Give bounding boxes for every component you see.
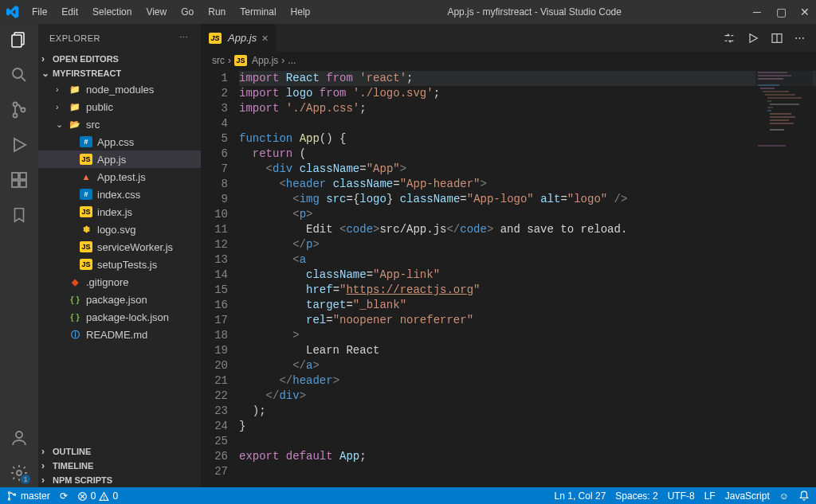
problems-status[interactable]: 0 0 [77,490,118,502]
svg-point-34 [8,492,10,494]
tree-item-label: README.md [86,329,147,341]
svg-point-12 [17,471,22,475]
svg-point-11 [16,432,22,438]
vscode-logo-icon [6,6,19,18]
svg-rect-8 [20,173,26,179]
accounts-icon[interactable] [10,428,29,447]
chevron-right-icon: › [281,55,284,66]
run-debug-view-icon[interactable] [10,135,29,154]
indentation-status[interactable]: Spaces: 2 [615,490,657,502]
js-icon: JS [80,259,92,270]
js-icon: JS [80,241,92,252]
tree-item-label: App.css [97,136,134,148]
editor-more-icon[interactable]: ⋯ [794,32,806,44]
outline-section[interactable]: › OUTLINE [38,444,201,459]
svg-icon: ✽ [80,224,92,235]
svg-point-2 [13,68,22,78]
explorer-view-icon[interactable] [10,30,29,49]
explorer-more-icon[interactable]: ⋯ [179,33,190,43]
timeline-section[interactable]: › TIMELINE [38,459,201,473]
js-icon: JS [80,206,92,217]
explorer-sidebar: EXPLORER ⋯ › OPEN EDITORS ⌄ MYFIRSTREACT… [38,24,201,487]
menu-edit[interactable]: Edit [55,3,84,21]
tree-item-label: .gitignore [86,276,128,288]
menu-help[interactable]: Help [284,3,317,21]
tree-item-public[interactable]: ›📁public [38,98,201,115]
language-mode-status[interactable]: JavaScript [725,490,770,502]
tree-item-label: package.json [86,294,147,306]
tree-item-serviceworker-js[interactable]: JSserviceWorker.js [38,238,201,256]
menu-run[interactable]: Run [202,3,232,21]
feedback-icon[interactable]: ☺ [779,490,789,502]
menu-selection[interactable]: Selection [86,3,138,21]
tree-item-label: package-lock.json [86,311,169,323]
eol-status[interactable]: LF [704,490,716,502]
tree-item-app-css[interactable]: #App.css [38,133,201,150]
tree-item-package-json[interactable]: { }package.json [38,291,201,308]
extensions-view-icon[interactable] [10,170,29,189]
settings-icon[interactable]: 1 [10,463,29,483]
errors-count: 0 [91,490,96,502]
compare-changes-icon[interactable] [723,32,736,45]
code-lines[interactable]: import React from 'react';import logo fr… [239,69,816,487]
close-tab-icon[interactable]: × [261,32,268,45]
tree-item-logo-svg[interactable]: ✽logo.svg [38,221,201,238]
minimize-button[interactable]: ─ [752,7,762,17]
encoding-status[interactable]: UTF-8 [668,490,695,502]
chevron-right-icon: › [228,55,231,66]
project-section[interactable]: ⌄ MYFIRSTREACT [38,66,201,80]
tree-item--gitignore[interactable]: ◆.gitignore [38,273,201,291]
maximize-button[interactable]: ▢ [776,7,786,17]
line-gutter: 1234567891011121314151617181920212223242… [201,69,239,487]
menu-view[interactable]: View [139,3,173,21]
npm-scripts-section[interactable]: › NPM SCRIPTS [38,473,201,487]
svg-rect-9 [12,181,18,187]
menu-file[interactable]: File [26,3,53,21]
tree-item-index-js[interactable]: JSindex.js [38,203,201,221]
tree-item-label: index.js [97,206,132,218]
code-editor[interactable]: 1234567891011121314151617181920212223242… [201,69,816,487]
menu-go[interactable]: Go [175,3,200,21]
tree-item-app-test-js[interactable]: ▲App.test.js [38,168,201,186]
css-icon: # [80,189,92,200]
source-control-view-icon[interactable] [10,100,29,119]
split-editor-icon[interactable] [771,32,783,45]
notifications-icon[interactable] [798,490,810,502]
md-icon: ⓘ [69,329,81,340]
chevron-down-icon: ⌄ [56,119,65,130]
run-code-icon[interactable] [747,32,759,45]
js-icon: JS [80,154,92,165]
tree-item-node-modules[interactable]: ›📁node_modules [38,80,201,98]
tree-item-setuptests-js[interactable]: JSsetupTests.js [38,256,201,273]
tree-item-label: node_modules [86,84,154,96]
window-title: App.js - myfirstreact - Visual Studio Co… [316,6,752,18]
open-editors-section[interactable]: › OPEN EDITORS [38,52,201,66]
tab-bar: JS App.js × ⋯ [201,24,816,52]
svg-point-41 [104,498,105,499]
bookmarks-view-icon[interactable] [10,205,29,225]
sync-status[interactable]: ⟳ [60,490,68,502]
tree-item-readme-md[interactable]: ⓘREADME.md [38,326,201,343]
tree-item-app-js[interactable]: JSApp.js [38,150,201,168]
js-file-icon: JS [234,55,247,66]
chevron-right-icon: › [56,84,65,94]
search-view-icon[interactable] [10,65,29,84]
tree-item-index-css[interactable]: #index.css [38,186,201,203]
test-icon: ▲ [80,171,92,182]
editor-actions: ⋯ [713,24,816,52]
git-icon: ◆ [69,276,81,287]
breadcrumb-part[interactable]: ... [288,55,296,66]
breadcrumb[interactable]: src›JSApp.js›... [201,52,816,69]
js-file-icon: JS [209,33,222,44]
breadcrumb-part[interactable]: App.js [252,55,278,66]
breadcrumb-part[interactable]: src [212,55,225,66]
git-branch-status[interactable]: master [6,490,50,502]
cursor-position-status[interactable]: Ln 1, Col 27 [555,490,606,502]
menu-terminal[interactable]: Terminal [233,3,282,21]
close-window-button[interactable]: ✕ [800,7,810,17]
chevron-right-icon: › [41,446,51,457]
tree-item-package-lock-json[interactable]: { }package-lock.json [38,308,201,326]
json-icon: { } [69,311,81,322]
tree-item-src[interactable]: ⌄📂src [38,115,201,133]
tab-app-js[interactable]: JS App.js × [201,24,277,52]
